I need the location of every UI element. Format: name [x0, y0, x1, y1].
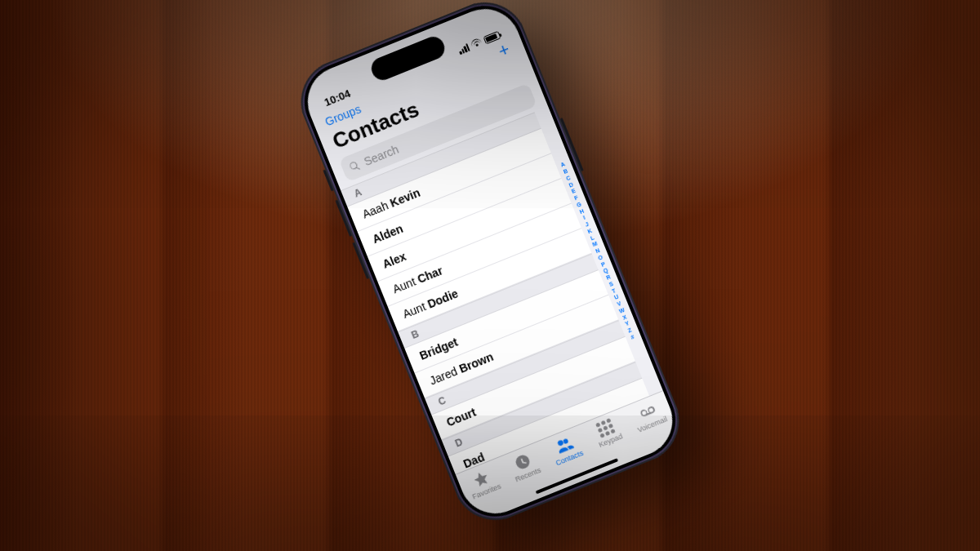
- contact-first: Aaah: [360, 198, 390, 220]
- contact-first: Jared: [428, 365, 459, 388]
- contact-first: Alden: [371, 222, 405, 246]
- contact-first: Aunt: [390, 275, 417, 296]
- mute-switch: [323, 169, 333, 191]
- contact-first: Court: [444, 406, 478, 429]
- contact-first: Aunt: [401, 300, 428, 321]
- search-icon: [347, 158, 362, 173]
- wifi-icon: [470, 38, 483, 50]
- contact-last: Char: [416, 264, 445, 286]
- phone-device: 10:04 Groups + Contacts Search AAaah Kev…: [288, 0, 692, 532]
- contact-last: Kevin: [388, 186, 421, 210]
- contact-first: Alex: [381, 250, 408, 271]
- contact-last: Dodie: [425, 287, 460, 310]
